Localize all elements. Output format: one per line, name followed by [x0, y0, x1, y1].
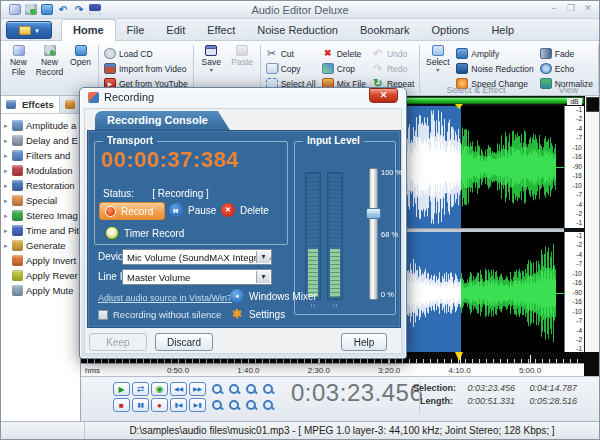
tree-item-filters-and[interactable]: ▸Filters and — [1, 148, 80, 163]
next-button[interactable]: ▶▮ — [189, 398, 206, 412]
tab-bookmark[interactable]: Bookmark — [349, 19, 421, 41]
tab-effect[interactable]: Effect — [196, 19, 246, 41]
delete-button[interactable]: Delete — [221, 203, 269, 217]
minimize-button[interactable]: – — [548, 3, 560, 13]
expand-arrow-icon[interactable]: ▸ — [4, 212, 12, 220]
tab-options[interactable]: Options — [420, 19, 480, 41]
loop-button[interactable]: ⇄ — [132, 382, 149, 396]
play-button[interactable]: ▶ — [113, 382, 130, 396]
tab-file[interactable]: File — [116, 19, 156, 41]
slider-thumb[interactable] — [366, 208, 381, 219]
record-button[interactable]: ● — [151, 398, 168, 412]
import-from-video-button[interactable]: Import from Video — [104, 62, 188, 75]
transport-group: Transport 00:00:37:384 Status:[ Recordin… — [94, 141, 288, 245]
discard-button[interactable]: Discard — [155, 333, 213, 351]
delete-button[interactable]: ✖Delete — [322, 47, 366, 60]
qat-record-icon[interactable] — [25, 4, 37, 15]
qat-undo-icon[interactable]: ↶ — [57, 4, 69, 15]
tree-item-apply-mute[interactable]: Apply Mute — [1, 283, 80, 298]
db-tick-label: -7 — [565, 318, 582, 325]
crop-button[interactable]: Crop — [322, 62, 366, 75]
sidebar-tab-effcets[interactable]: Effcets — [1, 96, 60, 113]
timer-record-button[interactable]: Timer Record — [105, 226, 184, 240]
tree-item-amplitude-a[interactable]: ▸Amplitude a — [1, 118, 80, 133]
tree-item-modulation[interactable]: ▸Modulation — [1, 163, 80, 178]
new-file-button[interactable]: New File — [3, 43, 34, 93]
tree-item-apply-rever[interactable]: Apply Rever — [1, 268, 80, 283]
open-button[interactable]: Open — [65, 43, 96, 93]
input-level-slider[interactable] — [369, 168, 378, 300]
fade-button[interactable]: Fade — [540, 47, 593, 60]
tree-item-generate[interactable]: ▸Generate — [1, 238, 80, 253]
record-button[interactable]: Record — [99, 202, 165, 220]
adjust-audio-source-link[interactable]: Adjust audio source in Vista/Win7 — [98, 293, 232, 303]
tree-item-apply-invert[interactable]: Apply Invert — [1, 253, 80, 268]
expand-arrow-icon[interactable]: ▸ — [4, 197, 12, 205]
play-all-button[interactable]: ◉ — [151, 382, 168, 396]
echo-button[interactable]: Echo — [540, 62, 593, 75]
tree-item-time-and-pit[interactable]: ▸Time and Pit — [1, 223, 80, 238]
cut-button[interactable]: ✂Cut — [266, 47, 316, 60]
qat-new-icon[interactable] — [9, 4, 21, 15]
quick-access-toolbar: ↶↷ — [1, 4, 101, 15]
tree-item-special[interactable]: ▸Special — [1, 193, 80, 208]
keep-button[interactable]: Keep — [89, 333, 147, 351]
help-button[interactable]: Help — [341, 333, 387, 351]
amplify-button[interactable]: Amplify — [456, 47, 533, 60]
tree-item-delay-and-e[interactable]: ▸Delay and E — [1, 133, 80, 148]
title-bar: ↶↷ Audio Editor Deluxe – ❐ ✕ — [1, 1, 599, 19]
speaker-icon — [230, 289, 244, 303]
tree-item-stereo-imag[interactable]: ▸Stereo Imag — [1, 208, 80, 223]
tab-help[interactable]: Help — [480, 19, 525, 41]
expand-arrow-icon[interactable]: ▸ — [4, 167, 12, 175]
timeline-ruler[interactable]: hms 0:50.01:40.02:30.03:20.04:10.05:00.0 — [81, 363, 584, 376]
expand-arrow-icon[interactable]: ▸ — [4, 137, 12, 145]
close-button[interactable]: ✕ — [582, 3, 594, 13]
new-record-button[interactable]: New Record — [34, 43, 65, 93]
zoom-out-button[interactable] — [226, 382, 242, 397]
previous-button[interactable]: ▮◀ — [170, 398, 187, 412]
qat-open-icon[interactable] — [41, 4, 53, 15]
load-cd-button[interactable]: Load CD — [104, 47, 188, 60]
overview-position-marker[interactable] — [455, 104, 463, 109]
expand-arrow-icon[interactable]: ▸ — [4, 227, 12, 235]
zoom-selection-button[interactable] — [243, 382, 259, 397]
settings-button[interactable]: Settings — [230, 307, 285, 321]
expand-arrow-icon[interactable]: ▸ — [4, 242, 12, 250]
pause-button[interactable]: ▮▮ — [132, 398, 149, 412]
zoom-in-button[interactable] — [209, 382, 225, 397]
recording-without-silence-checkbox[interactable]: Recording without silence — [98, 309, 221, 320]
save-button[interactable]: Save▾ — [196, 43, 227, 93]
line-in-select[interactable]: Master Volume — [122, 269, 272, 285]
stop-button[interactable]: ■ — [113, 398, 130, 412]
zoom-horizontal-in-button[interactable] — [243, 398, 259, 413]
maximize-button[interactable]: ❐ — [565, 3, 577, 13]
fav-tab-icon — [65, 100, 75, 109]
pause-button[interactable]: Pause — [169, 203, 216, 217]
expand-arrow-icon[interactable]: ▸ — [4, 122, 12, 130]
dialog-title-bar[interactable]: Recording ✕ — [80, 88, 406, 108]
qat-redo-icon[interactable]: ↷ — [73, 4, 85, 15]
expand-arrow-icon[interactable]: ▸ — [4, 182, 12, 190]
tab-edit[interactable]: Edit — [155, 19, 196, 41]
gear-icon — [230, 307, 244, 321]
tab-noise-reduction[interactable]: Noise Reduction — [246, 19, 349, 41]
fast-forward-button[interactable]: ▶▶ — [189, 382, 206, 396]
app-menu-button[interactable]: ▾ — [6, 21, 52, 39]
zoom-all-button[interactable] — [260, 382, 276, 397]
copy-button[interactable]: Copy — [266, 62, 316, 75]
zoom-horizontal-out-button[interactable] — [260, 398, 276, 413]
qat-save-icon[interactable] — [89, 4, 101, 15]
device-select[interactable]: Mic Volume (SoundMAX Integrated — [122, 249, 272, 265]
rewind-button[interactable]: ◀◀ — [170, 382, 187, 396]
expand-arrow-icon[interactable]: ▸ — [4, 152, 12, 160]
windows-mixer-button[interactable]: Windows Mixer — [230, 289, 317, 303]
dialog-close-button[interactable]: ✕ — [369, 88, 398, 103]
recording-console-tab: Recording Console — [95, 111, 230, 130]
zoom-vertical-in-button[interactable] — [209, 398, 225, 413]
tab-home[interactable]: Home — [61, 19, 116, 41]
zoom-vertical-out-button[interactable] — [226, 398, 242, 413]
selection-end-value: 0:04:14.787 — [515, 383, 577, 393]
tree-item-restoration[interactable]: ▸Restoration — [1, 178, 80, 193]
noise-reduction-button[interactable]: Noise Reduction — [456, 62, 533, 75]
